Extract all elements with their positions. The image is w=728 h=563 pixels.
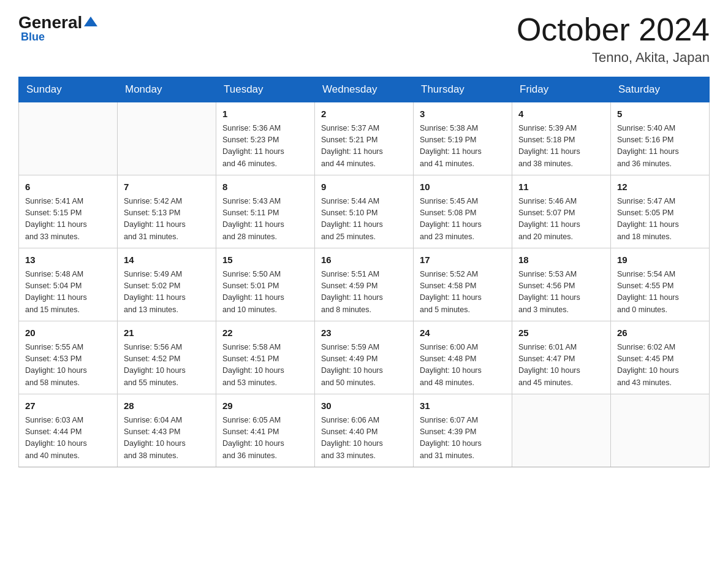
day-info: Sunrise: 5:54 AM Sunset: 4:55 PM Dayligh… [617, 269, 703, 316]
calendar-cell: 15Sunrise: 5:50 AM Sunset: 5:01 PM Dayli… [216, 248, 315, 321]
calendar-cell: 5Sunrise: 5:40 AM Sunset: 5:16 PM Daylig… [611, 102, 710, 175]
day-number: 24 [420, 326, 506, 340]
day-number: 30 [321, 399, 407, 413]
day-info: Sunrise: 6:04 AM Sunset: 4:43 PM Dayligh… [124, 415, 210, 462]
week-row-2: 6Sunrise: 5:41 AM Sunset: 5:15 PM Daylig… [19, 175, 710, 248]
day-info: Sunrise: 5:50 AM Sunset: 5:01 PM Dayligh… [222, 269, 308, 316]
day-info: Sunrise: 5:40 AM Sunset: 5:16 PM Dayligh… [617, 123, 703, 170]
day-number: 15 [222, 253, 308, 267]
calendar-cell: 31Sunrise: 6:07 AM Sunset: 4:39 PM Dayli… [414, 394, 512, 467]
day-info: Sunrise: 6:03 AM Sunset: 4:44 PM Dayligh… [25, 415, 111, 462]
day-number: 25 [518, 326, 604, 340]
day-info: Sunrise: 5:58 AM Sunset: 4:51 PM Dayligh… [222, 342, 308, 389]
calendar-cell: 30Sunrise: 6:06 AM Sunset: 4:40 PM Dayli… [315, 394, 414, 467]
day-number: 27 [25, 399, 111, 413]
calendar-cell [19, 102, 118, 175]
day-number: 13 [25, 253, 111, 267]
calendar-cell: 17Sunrise: 5:52 AM Sunset: 4:58 PM Dayli… [414, 248, 512, 321]
day-number: 16 [321, 253, 407, 267]
logo: General [18, 12, 97, 33]
day-number: 7 [124, 180, 210, 194]
day-number: 11 [518, 180, 604, 194]
day-info: Sunrise: 5:59 AM Sunset: 4:49 PM Dayligh… [321, 342, 407, 389]
calendar-cell: 22Sunrise: 5:58 AM Sunset: 4:51 PM Dayli… [216, 321, 315, 394]
calendar-cell: 14Sunrise: 5:49 AM Sunset: 5:02 PM Dayli… [118, 248, 216, 321]
weekday-header-thursday: Thursday [414, 77, 512, 102]
day-info: Sunrise: 5:37 AM Sunset: 5:21 PM Dayligh… [321, 123, 407, 170]
day-number: 17 [420, 253, 506, 267]
day-number: 9 [321, 180, 407, 194]
weekday-header-saturday: Saturday [611, 77, 710, 102]
day-number: 2 [321, 107, 407, 121]
weekday-header-sunday: Sunday [19, 77, 118, 102]
calendar-cell: 26Sunrise: 6:02 AM Sunset: 4:45 PM Dayli… [611, 321, 710, 394]
day-number: 20 [25, 326, 111, 340]
week-row-3: 13Sunrise: 5:48 AM Sunset: 5:04 PM Dayli… [19, 248, 710, 321]
page-title: October 2024 [517, 12, 710, 47]
week-row-5: 27Sunrise: 6:03 AM Sunset: 4:44 PM Dayli… [19, 394, 710, 467]
day-number: 10 [420, 180, 506, 194]
calendar-cell: 4Sunrise: 5:39 AM Sunset: 5:18 PM Daylig… [512, 102, 611, 175]
calendar-cell: 7Sunrise: 5:42 AM Sunset: 5:13 PM Daylig… [118, 175, 216, 248]
calendar-cell: 13Sunrise: 5:48 AM Sunset: 5:04 PM Dayli… [19, 248, 118, 321]
calendar-cell: 16Sunrise: 5:51 AM Sunset: 4:59 PM Dayli… [315, 248, 414, 321]
day-number: 3 [420, 107, 506, 121]
calendar-cell: 10Sunrise: 5:45 AM Sunset: 5:08 PM Dayli… [414, 175, 512, 248]
day-number: 8 [222, 180, 308, 194]
day-number: 12 [617, 180, 703, 194]
day-number: 29 [222, 399, 308, 413]
weekday-header-monday: Monday [118, 77, 216, 102]
day-info: Sunrise: 5:52 AM Sunset: 4:58 PM Dayligh… [420, 269, 506, 316]
calendar-cell: 6Sunrise: 5:41 AM Sunset: 5:15 PM Daylig… [19, 175, 118, 248]
calendar-cell: 29Sunrise: 6:05 AM Sunset: 4:41 PM Dayli… [216, 394, 315, 467]
calendar-cell: 11Sunrise: 5:46 AM Sunset: 5:07 PM Dayli… [512, 175, 611, 248]
weekday-header-tuesday: Tuesday [216, 77, 315, 102]
weekday-header-row: SundayMondayTuesdayWednesdayThursdayFrid… [19, 77, 710, 102]
day-info: Sunrise: 5:38 AM Sunset: 5:19 PM Dayligh… [420, 123, 506, 170]
day-number: 1 [222, 107, 308, 121]
day-info: Sunrise: 5:51 AM Sunset: 4:59 PM Dayligh… [321, 269, 407, 316]
day-number: 23 [321, 326, 407, 340]
calendar-cell: 27Sunrise: 6:03 AM Sunset: 4:44 PM Dayli… [19, 394, 118, 467]
svg-marker-0 [84, 17, 97, 26]
day-info: Sunrise: 6:02 AM Sunset: 4:45 PM Dayligh… [617, 342, 703, 389]
logo-blue-text: Blue [21, 31, 45, 44]
week-row-1: 1Sunrise: 5:36 AM Sunset: 5:23 PM Daylig… [19, 102, 710, 175]
calendar-table: SundayMondayTuesdayWednesdayThursdayFrid… [18, 77, 710, 467]
subtitle: Tenno, Akita, Japan [517, 50, 710, 66]
day-number: 14 [124, 253, 210, 267]
calendar-cell: 23Sunrise: 5:59 AM Sunset: 4:49 PM Dayli… [315, 321, 414, 394]
day-info: Sunrise: 5:47 AM Sunset: 5:05 PM Dayligh… [617, 196, 703, 243]
day-info: Sunrise: 5:43 AM Sunset: 5:11 PM Dayligh… [222, 196, 308, 243]
title-area: October 2024 Tenno, Akita, Japan [517, 12, 710, 66]
day-number: 18 [518, 253, 604, 267]
day-info: Sunrise: 5:36 AM Sunset: 5:23 PM Dayligh… [222, 123, 308, 170]
day-info: Sunrise: 5:41 AM Sunset: 5:15 PM Dayligh… [25, 196, 111, 243]
calendar-cell: 25Sunrise: 6:01 AM Sunset: 4:47 PM Dayli… [512, 321, 611, 394]
calendar-cell: 3Sunrise: 5:38 AM Sunset: 5:19 PM Daylig… [414, 102, 512, 175]
day-info: Sunrise: 5:44 AM Sunset: 5:10 PM Dayligh… [321, 196, 407, 243]
day-info: Sunrise: 5:55 AM Sunset: 4:53 PM Dayligh… [25, 342, 111, 389]
week-row-4: 20Sunrise: 5:55 AM Sunset: 4:53 PM Dayli… [19, 321, 710, 394]
day-info: Sunrise: 6:01 AM Sunset: 4:47 PM Dayligh… [518, 342, 604, 389]
calendar-cell: 24Sunrise: 6:00 AM Sunset: 4:48 PM Dayli… [414, 321, 512, 394]
day-info: Sunrise: 6:05 AM Sunset: 4:41 PM Dayligh… [222, 415, 308, 462]
day-number: 26 [617, 326, 703, 340]
header: General Blue October 2024 Tenno, Akita, … [18, 12, 710, 66]
day-info: Sunrise: 6:07 AM Sunset: 4:39 PM Dayligh… [420, 415, 506, 462]
day-number: 4 [518, 107, 604, 121]
day-number: 6 [25, 180, 111, 194]
weekday-header-wednesday: Wednesday [315, 77, 414, 102]
calendar-cell [611, 394, 710, 467]
day-number: 28 [124, 399, 210, 413]
logo-general-text: General [18, 13, 82, 33]
day-info: Sunrise: 5:56 AM Sunset: 4:52 PM Dayligh… [124, 342, 210, 389]
day-number: 19 [617, 253, 703, 267]
calendar-cell: 21Sunrise: 5:56 AM Sunset: 4:52 PM Dayli… [118, 321, 216, 394]
day-info: Sunrise: 5:39 AM Sunset: 5:18 PM Dayligh… [518, 123, 604, 170]
day-number: 5 [617, 107, 703, 121]
logo-area: General Blue [18, 12, 97, 44]
day-info: Sunrise: 5:46 AM Sunset: 5:07 PM Dayligh… [518, 196, 604, 243]
day-number: 31 [420, 399, 506, 413]
calendar-cell [118, 102, 216, 175]
